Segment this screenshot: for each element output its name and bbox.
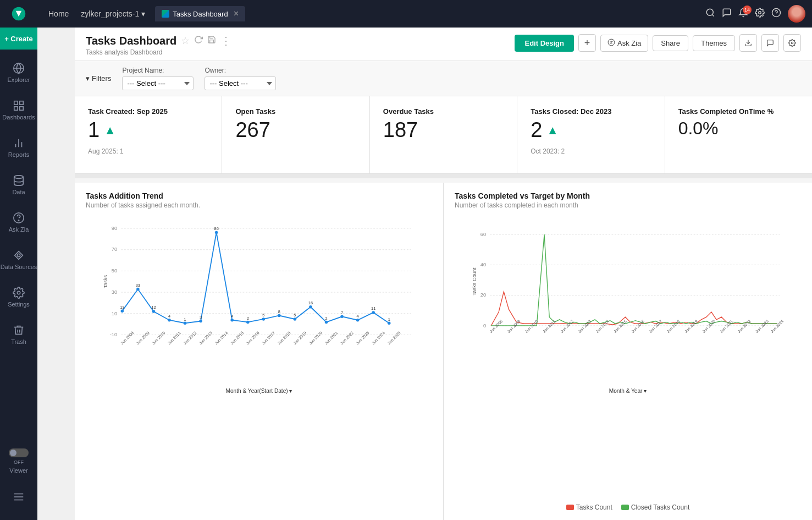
sidebar-item-settings[interactable]: Settings	[0, 278, 37, 316]
owner-select[interactable]: --- Select ---	[205, 76, 276, 90]
chat-icon[interactable]	[722, 8, 732, 20]
themes-button[interactable]: Themes	[693, 35, 735, 51]
svg-text:Jun 2015: Jun 2015	[612, 319, 628, 334]
dashboard-subtitle: Tasks analysis Dashboard	[86, 48, 231, 56]
sidebar-item-data-label: Data	[12, 189, 25, 195]
help-icon[interactable]	[771, 8, 781, 20]
kpi-row: Task Created: Sep 2025 1 ▲ Aug 2025: 1 O…	[75, 96, 812, 174]
project-selector[interactable]: zylker_projects-1 ▾	[78, 9, 148, 18]
sidebar-nav: Explorer Dashboards Reports	[0, 50, 37, 444]
search-icon[interactable]	[705, 8, 715, 20]
dashboard-header: Tasks Dashboard ☆ ⋮ Tasks	[75, 28, 812, 61]
zia-icon	[607, 39, 615, 48]
dashboard-title-block: Tasks Dashboard ☆ ⋮ Tasks	[86, 34, 231, 56]
svg-text:Jun 2020: Jun 2020	[701, 319, 716, 334]
kpi-title-4: Tasks Completed OnTime %	[678, 107, 799, 116]
sidebar-item-data-sources-label: Data Sources	[1, 264, 37, 270]
svg-text:Jun 2018: Jun 2018	[277, 330, 292, 346]
add-button[interactable]: +	[578, 34, 596, 52]
export-button[interactable]	[739, 34, 757, 52]
sidebar-item-ask-zia[interactable]: Ask Zia	[0, 204, 37, 241]
favorite-icon[interactable]: ☆	[181, 35, 190, 47]
svg-point-17	[706, 9, 713, 15]
owner-label: Owner:	[205, 67, 276, 74]
right-chart-subtitle: Number of tasks completed in each month	[455, 201, 801, 209]
legend-closed-tasks-count-label: Closed Tasks Count	[631, 503, 690, 511]
legend-tasks-count-label: Tasks Count	[576, 503, 612, 511]
svg-text:Jun 2010: Jun 2010	[524, 319, 539, 334]
sidebar-item-data-sources[interactable]: Data Sources	[0, 241, 37, 278]
kpi-card-2: Overdue Tasks 187	[370, 96, 517, 173]
svg-text:2: 2	[247, 316, 249, 321]
dashboard-settings-button[interactable]	[783, 34, 801, 52]
sidebar-item-trash-label: Trash	[11, 338, 26, 345]
svg-rect-6	[20, 107, 23, 110]
svg-point-41	[168, 319, 171, 322]
sidebar-item-explorer[interactable]: Explorer	[0, 54, 37, 91]
kpi-title-0: Task Created: Sep 2025	[88, 107, 208, 116]
svg-text:4: 4	[357, 314, 359, 319]
kpi-value-1: 267	[235, 119, 270, 142]
home-link[interactable]: Home	[44, 9, 73, 18]
svg-text:Jun 2011: Jun 2011	[542, 319, 557, 334]
svg-point-11	[18, 220, 19, 221]
edit-design-button[interactable]: Edit Design	[515, 35, 574, 52]
svg-text:Jun 2009: Jun 2009	[506, 319, 522, 334]
svg-text:40: 40	[480, 262, 486, 267]
comment-button[interactable]	[761, 34, 779, 52]
svg-text:12: 12	[151, 305, 156, 310]
sidebar-item-menu[interactable]	[0, 478, 37, 516]
sidebar-item-ask-zia-label: Ask Zia	[9, 226, 29, 233]
svg-text:Tasks Count: Tasks Count	[472, 267, 477, 295]
viewer-label: Viewer	[9, 467, 27, 474]
svg-point-54	[372, 311, 375, 314]
project-name-select[interactable]: --- Select ---	[122, 76, 194, 90]
active-tab[interactable]: Tasks Dashboard ×	[155, 6, 245, 21]
svg-line-18	[712, 14, 714, 16]
app-logo[interactable]	[0, 0, 37, 28]
kpi-value-row-3: 2 ▲	[531, 119, 651, 142]
user-avatar[interactable]	[788, 5, 805, 23]
save-icon[interactable]	[207, 35, 216, 46]
kpi-value-0: 1	[88, 119, 100, 142]
ask-zia-button[interactable]: Ask Zia	[600, 35, 648, 52]
kpi-sub-0: Aug 2025: 1	[88, 147, 208, 155]
svg-text:1: 1	[388, 317, 390, 322]
sidebar-item-dashboards[interactable]: Dashboards	[0, 91, 37, 129]
settings-icon[interactable]	[755, 8, 765, 20]
svg-point-10	[14, 176, 24, 179]
dashboard-actions: Edit Design + Ask Zia Share Themes	[515, 34, 801, 52]
tab-close-button[interactable]: ×	[234, 9, 239, 18]
sidebar-item-trash[interactable]: Trash	[0, 316, 37, 353]
svg-text:Jun 2008: Jun 2008	[119, 330, 135, 346]
left-chart-area: 90 70 50 30 10 -10 Tasks	[86, 216, 432, 511]
section-divider	[75, 174, 812, 178]
kpi-value-3: 2	[531, 119, 542, 142]
main-content: Tasks Dashboard ☆ ⋮ Tasks	[75, 28, 812, 520]
project-label: zylker_projects-1	[81, 9, 139, 18]
svg-text:Jun 2019: Jun 2019	[683, 319, 699, 334]
kpi-value-row-2: 187	[383, 119, 504, 142]
refresh-icon[interactable]	[194, 35, 203, 46]
sidebar-item-reports-label: Reports	[8, 151, 30, 158]
share-button[interactable]: Share	[653, 35, 688, 51]
svg-text:Jun 2018: Jun 2018	[666, 319, 681, 334]
svg-text:50: 50	[112, 268, 117, 273]
viewer-toggle[interactable]: OFF Viewer	[9, 444, 29, 478]
svg-point-43	[199, 320, 202, 323]
more-icon[interactable]: ⋮	[220, 34, 231, 47]
svg-text:30: 30	[112, 289, 117, 295]
right-chart-panel: Tasks Completed vs Target by Month Numbe…	[444, 183, 812, 520]
filters-toggle[interactable]: ▾ Filters	[86, 74, 111, 83]
kpi-title-2: Overdue Tasks	[383, 107, 504, 116]
svg-text:11: 11	[371, 306, 375, 311]
create-button[interactable]: + Create	[0, 28, 37, 50]
sidebar-bottom: OFF Viewer	[0, 444, 37, 520]
notifications-button[interactable]: 14	[738, 8, 748, 20]
svg-text:1: 1	[184, 317, 186, 322]
svg-text:8: 8	[278, 309, 280, 314]
sidebar-item-data[interactable]: Data	[0, 166, 37, 204]
sidebar-item-reports[interactable]: Reports	[0, 129, 37, 166]
svg-text:Jun 2015: Jun 2015	[229, 330, 245, 346]
svg-point-38	[121, 309, 124, 313]
